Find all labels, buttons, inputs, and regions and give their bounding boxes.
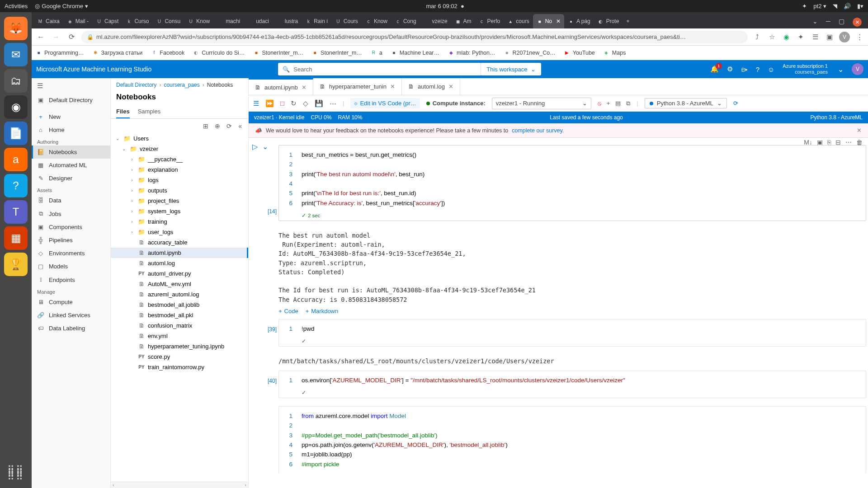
banner-link[interactable]: complete our survey. — [512, 127, 564, 134]
browser-tab[interactable]: UConsu — [152, 14, 184, 28]
new-tab-button[interactable]: + — [623, 14, 633, 28]
bookmark-star[interactable]: ☆ — [767, 33, 777, 41]
code-editor[interactable]: 1os.environ['AZUREML_MODEL_DIR'] = "/mnt… — [279, 371, 866, 389]
clock[interactable]: mar 6 09:02 ● — [88, 3, 802, 9]
subscription-info[interactable]: Azure subscription 1 coursera_paes — [783, 63, 828, 75]
tree-item[interactable]: 🗎AutoML_env.yml — [111, 279, 248, 289]
chrome-menu[interactable]: ⋮ — [854, 33, 864, 41]
browser-tab[interactable]: vzeize — [420, 14, 451, 28]
extension-icon[interactable]: ◉ — [781, 33, 791, 41]
nav-labeling[interactable]: 🏷Data Labeling — [32, 322, 110, 335]
browser-tab[interactable]: UCours — [331, 14, 362, 28]
chevron-icon[interactable]: › — [129, 230, 135, 235]
chevron-icon[interactable]: › — [129, 167, 135, 172]
run-menu-chevron[interactable]: ⌄ — [262, 142, 268, 151]
browser-tab[interactable]: UCapst — [92, 14, 122, 28]
browser-tab[interactable]: lustra — [273, 14, 302, 28]
browser-tab[interactable]: ◼Am — [451, 14, 475, 28]
profile-avatar[interactable]: V — [839, 32, 850, 42]
chevron-icon[interactable]: › — [129, 219, 135, 224]
bookmark-item[interactable]: ◆mlab: Python… — [448, 49, 495, 56]
dock-firefox[interactable]: 🦊 — [4, 17, 28, 40]
stop-icon[interactable]: □ — [280, 99, 284, 107]
link-compute-icon[interactable]: ⧉ — [626, 100, 630, 107]
nav-default-dir[interactable]: ▣Default Directory — [32, 94, 110, 107]
bookmark-item[interactable]: ◈Maps — [603, 49, 626, 56]
code-editor[interactable]: 1best_run_metrics = best_run.get_metrics… — [279, 145, 866, 212]
nav-linked[interactable]: 🔗Linked Services — [32, 309, 110, 322]
tree-item[interactable]: ›📁training — [111, 216, 248, 227]
search-scope-dropdown[interactable]: This workspace ⌄ — [481, 63, 541, 75]
nav-pipelines[interactable]: ╬Pipelines — [32, 234, 110, 247]
tree-item[interactable]: ›📁logs — [111, 175, 248, 185]
breadcrumb-item[interactable]: Default Directory — [116, 82, 156, 88]
tree-item[interactable]: PYautoml_driver.py — [111, 268, 248, 279]
browser-tab[interactable]: cKnow — [362, 14, 391, 28]
tree-item[interactable]: 🗎accuracy_table — [111, 237, 248, 248]
bookmark-item[interactable]: ◐Currículo do Si… — [193, 49, 245, 56]
browser-tab[interactable]: UKnow — [184, 14, 213, 28]
nav-jobs[interactable]: ⧉Jobs — [32, 207, 110, 221]
tree-item[interactable]: 🗎hyperparameter_tuning.ipynb — [111, 341, 248, 352]
extensions-button[interactable]: ✦ — [796, 33, 806, 41]
bookmark-item[interactable]: ■StonerInter_m… — [311, 49, 362, 56]
run-cell-icon[interactable]: ▷ — [252, 142, 258, 151]
chevron-icon[interactable]: › — [129, 188, 135, 193]
code-editor[interactable]: 1from azureml.core.model import Model 2 … — [279, 407, 866, 474]
tree-item[interactable]: PYscore.py — [111, 352, 248, 362]
nav-hamburger[interactable]: ☰ — [32, 78, 110, 94]
browser-tab[interactable]: machi — [213, 14, 244, 28]
tree-item[interactable]: 🗎automl.ipynb — [111, 248, 248, 258]
global-search[interactable]: 🔍 Search — [278, 63, 481, 75]
tree-item[interactable]: 🗎automl.log — [111, 258, 248, 268]
user-avatar[interactable]: V — [852, 63, 863, 75]
bookmark-item[interactable]: fFacebook — [151, 49, 184, 56]
menu-icon[interactable]: ☰ — [253, 99, 259, 108]
close-window-icon[interactable]: ✕ — [853, 18, 862, 27]
share-button[interactable]: ⤴ — [752, 33, 762, 41]
side-panel[interactable]: ▣ — [825, 33, 835, 41]
code-cell[interactable]: [39] 1!pwd ✓ — [278, 319, 866, 347]
dock-libreoffice[interactable]: 📄 — [4, 122, 28, 145]
tree-item[interactable]: ›📁system_logs — [111, 206, 248, 216]
tree-item[interactable]: ›📁__pycache__ — [111, 154, 248, 164]
restart-icon[interactable]: ↻ — [291, 99, 297, 108]
editor-tab[interactable]: 🗎hyperparameter_tunin✕ — [313, 78, 402, 95]
bookmark-item[interactable]: ■Machine Lear… — [391, 49, 439, 56]
browser-tab[interactable]: ▲cours — [504, 14, 533, 28]
chevron-icon[interactable]: › — [129, 198, 135, 203]
subscription-chevron[interactable]: ⌄ — [838, 65, 844, 74]
tree-item[interactable]: ›📁outputs — [111, 185, 248, 196]
close-tab-icon[interactable]: ✕ — [302, 84, 307, 91]
tree-item[interactable]: ⌄📁Users — [111, 133, 248, 144]
browser-tab[interactable]: ●A pág — [564, 14, 594, 28]
tray-app-icon[interactable]: ✦ — [802, 3, 807, 9]
close-tab-icon[interactable]: ✕ — [448, 83, 453, 90]
tree-item[interactable]: ⌄📁vzeizer — [111, 144, 248, 154]
tree-item[interactable]: 🗎env.yml — [111, 331, 248, 341]
forward-button[interactable]: → — [51, 33, 61, 41]
code-editor[interactable]: 1!pwd — [279, 319, 866, 338]
reload-button[interactable]: ⟳ — [66, 33, 77, 41]
chevron-icon[interactable]: › — [129, 209, 135, 214]
bookmark-item[interactable]: ✱Загрузка статьи — [92, 49, 143, 56]
compute-dropdown[interactable]: vzeizer1 - Running⌄ — [492, 98, 591, 109]
lang-indicator[interactable]: pt2 ▾ — [813, 3, 826, 9]
tab-files[interactable]: Files — [116, 106, 130, 118]
add-code-cell[interactable]: + Code — [278, 308, 298, 314]
run-all-icon[interactable]: ⏩ — [265, 99, 274, 108]
feedback-icon[interactable]: ☺ — [768, 66, 774, 73]
code-cell[interactable]: 1from azureml.core.model import Model 2 … — [278, 406, 866, 474]
tree-item[interactable]: 🗎confusion_matrix — [111, 320, 248, 331]
activities-button[interactable]: Activities — [5, 3, 28, 9]
tree-item[interactable]: 🗎bestmodel_all.pkl — [111, 310, 248, 320]
more-icon[interactable]: ⋯ — [330, 99, 336, 108]
back-button[interactable]: ← — [35, 33, 46, 41]
tree-item[interactable]: 🗎azureml_automl.log — [111, 289, 248, 300]
tree-item[interactable]: ›📁explanation — [111, 164, 248, 175]
dock-apps-grid[interactable]: ⠿⠿⠿⠿⠿⠿ — [7, 468, 24, 479]
browser-tab[interactable]: ◐Prote — [594, 14, 623, 28]
nav-compute[interactable]: 🖥Compute — [32, 296, 110, 309]
browser-tab[interactable]: kRain i — [302, 14, 331, 28]
close-tab-icon[interactable]: ✕ — [556, 18, 561, 24]
